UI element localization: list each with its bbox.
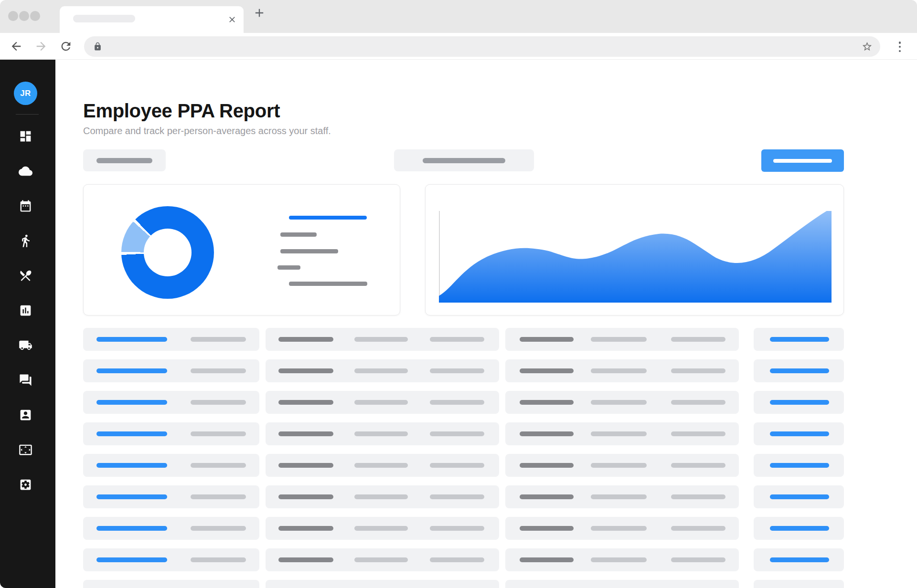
cell-skeleton-bar (591, 431, 647, 436)
table-cell (83, 391, 259, 414)
summary-cards (83, 184, 844, 315)
cell-skeleton-bar (770, 463, 829, 468)
table-cell (83, 548, 259, 571)
table-cell (266, 548, 499, 571)
table-row[interactable] (83, 422, 844, 445)
sidebar-item-fit-screen-icon[interactable] (19, 443, 32, 457)
cell-skeleton-bar (278, 526, 333, 531)
cell-skeleton-bar (96, 494, 167, 499)
card-skeleton-line-4 (289, 282, 367, 286)
cell-skeleton-bar (591, 526, 647, 531)
cell-skeleton-bar (520, 368, 574, 373)
avatar[interactable]: JR (14, 82, 37, 105)
cell-skeleton-bar (96, 400, 167, 405)
donut-chart-card (83, 184, 400, 315)
cell-skeleton-bar (430, 337, 484, 342)
cell-skeleton-bar (430, 368, 484, 373)
cell-skeleton-bar (430, 400, 484, 405)
cell-skeleton-bar (354, 557, 408, 562)
cell-skeleton-bar (278, 494, 333, 499)
cell-skeleton-bar (96, 431, 167, 436)
cell-skeleton-bar (591, 557, 647, 562)
cell-skeleton-bar (671, 400, 725, 405)
cell-skeleton-bar (354, 463, 408, 468)
primary-button-skeleton (773, 159, 832, 163)
browser-tab[interactable] (60, 6, 244, 33)
sidebar-item-dashboard-icon[interactable] (19, 129, 32, 143)
window-close-button[interactable] (8, 11, 18, 21)
bookmark-star-icon[interactable] (862, 41, 873, 52)
table-cell (266, 517, 499, 540)
cell-skeleton-bar (430, 431, 484, 436)
browser-menu-icon[interactable] (897, 42, 903, 52)
table-cell (266, 359, 499, 382)
table-cell (754, 359, 844, 382)
table-row[interactable] (83, 580, 844, 588)
browser-window: JR Employee PPA Report Compare and track… (0, 0, 917, 588)
card-skeleton-line-1 (280, 232, 317, 237)
cell-skeleton-bar (191, 494, 246, 499)
table-row[interactable] (83, 454, 844, 477)
table-row[interactable] (83, 391, 844, 414)
donut-chart (121, 206, 214, 299)
cell-skeleton-bar (770, 400, 829, 405)
window-minimize-button[interactable] (19, 11, 29, 21)
forward-icon[interactable] (34, 40, 48, 53)
cell-skeleton-bar (354, 494, 408, 499)
sidebar-item-chat-icon[interactable] (19, 373, 32, 387)
back-icon[interactable] (10, 40, 23, 53)
table-cell (505, 548, 739, 571)
donut-hole (144, 229, 192, 276)
window-maximize-button[interactable] (30, 11, 40, 21)
table-row[interactable] (83, 359, 844, 382)
sidebar-item-walk-icon[interactable] (19, 234, 32, 248)
sidebar-item-cloud-icon[interactable] (19, 164, 32, 178)
cell-skeleton-bar (591, 463, 647, 468)
cell-skeleton-bar (354, 337, 408, 342)
cell-skeleton-bar (430, 494, 484, 499)
cell-skeleton-bar (354, 400, 408, 405)
cell-skeleton-bar (354, 431, 408, 436)
tab-strip (0, 0, 917, 33)
filter-pill-2[interactable] (394, 149, 534, 171)
sidebar-item-contact-icon[interactable] (19, 408, 32, 422)
cell-skeleton-bar (278, 400, 333, 405)
page-subtitle: Compare and track per-person-averages ac… (83, 126, 844, 136)
cell-skeleton-bar (278, 337, 333, 342)
table-cell (754, 580, 844, 588)
filter-row (83, 149, 844, 172)
table-row[interactable] (83, 328, 844, 351)
new-tab-icon[interactable] (253, 6, 266, 20)
cell-skeleton-bar (96, 557, 167, 562)
sidebar-item-calendar-icon[interactable] (19, 199, 32, 213)
cell-skeleton-bar (520, 337, 574, 342)
url-bar[interactable] (84, 36, 880, 57)
sidebar-item-restaurant-icon[interactable] (19, 269, 32, 283)
cell-skeleton-bar (96, 368, 167, 373)
card-skeleton-line-2 (280, 249, 338, 253)
area-chart (439, 211, 832, 303)
cell-skeleton-bar (191, 557, 246, 562)
primary-action-button[interactable] (761, 149, 844, 172)
cell-skeleton-bar (770, 494, 829, 499)
table-cell (505, 422, 739, 445)
filter-pill-1[interactable] (83, 149, 166, 171)
tab-close-icon[interactable] (227, 15, 237, 24)
cell-skeleton-bar (520, 400, 574, 405)
cell-skeleton-bar (96, 526, 167, 531)
sidebar-item-truck-icon[interactable] (19, 338, 32, 352)
sidebar-item-settings-icon[interactable] (19, 478, 32, 492)
cell-skeleton-bar (770, 431, 829, 436)
reload-icon[interactable] (59, 40, 73, 53)
cell-skeleton-bar (770, 557, 829, 562)
cell-skeleton-bar (671, 368, 725, 373)
table-row[interactable] (83, 548, 844, 571)
cell-skeleton-bar (520, 494, 574, 499)
sidebar-item-bar-chart-icon[interactable] (19, 304, 32, 317)
table-cell (505, 485, 739, 508)
table-cell (505, 328, 739, 351)
cell-skeleton-bar (770, 526, 829, 531)
table-row[interactable] (83, 517, 844, 540)
table-row[interactable] (83, 485, 844, 508)
table-cell (505, 454, 739, 477)
